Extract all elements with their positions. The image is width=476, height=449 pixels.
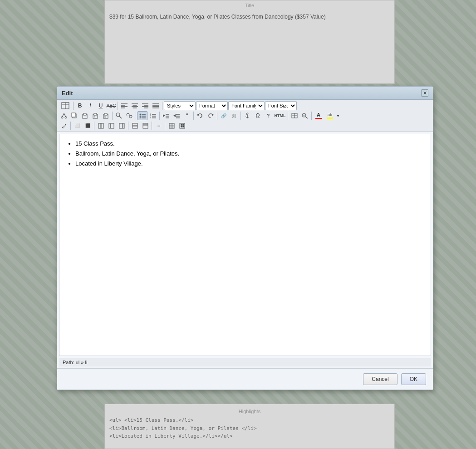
list-item: 15 Class Pass. [75,139,424,149]
dialog-titlebar: Edit ✕ [57,87,433,100]
separator-16 [165,122,165,130]
font-family-select[interactable]: Font Family [228,101,265,110]
svg-rect-78 [143,125,148,128]
svg-rect-77 [143,123,148,125]
unlink-button[interactable]: ⛓ [229,111,239,120]
ok-button[interactable]: OK [401,373,426,385]
separator-7 [193,112,194,120]
cancel-button[interactable]: Cancel [363,373,397,385]
layout-btn-1[interactable] [96,121,106,130]
svg-rect-69 [98,123,101,128]
tab-button[interactable]: ⇥ [153,121,163,130]
svg-rect-88 [182,126,184,127]
svg-point-40 [140,116,141,117]
align-center-button[interactable] [130,101,140,110]
page-break2-button[interactable]: ⬛ [83,121,93,130]
bold-button[interactable]: B [75,101,85,110]
highlight-color-button[interactable]: ab [324,111,335,120]
copy-button[interactable] [69,111,79,120]
styles-select[interactable]: Styles [164,101,196,110]
layout-btn-5[interactable] [140,121,150,130]
svg-rect-85 [181,124,182,126]
undo-button[interactable] [195,111,205,120]
replace-button[interactable] [124,111,134,120]
paste-word-button[interactable]: W [101,111,111,120]
svg-text:W: W [104,115,106,118]
list-item: Ballroom, Latin Dance, Yoga, or Pilates. [75,149,424,159]
dialog-title: Edit [62,90,73,97]
separator-6 [159,112,160,120]
font-size-select[interactable]: Font Size [265,101,297,110]
svg-rect-24 [72,113,75,117]
svg-marker-54 [173,114,176,117]
list-item: Located in Liberty Village. [75,159,424,169]
toolbar-row-3: ⬜ ⬛ ⇥ [59,121,431,130]
toolbar-area: B I U ABC Styles Form [57,100,433,132]
indent-button[interactable] [172,111,182,120]
svg-rect-79 [169,123,174,128]
grid-btn-2[interactable] [177,121,187,130]
content-list: 15 Class Pass. Ballroom, Latin Dance, Yo… [66,139,424,169]
svg-rect-86 [182,124,184,126]
find-button[interactable] [114,111,124,120]
separator-15 [152,122,152,130]
svg-line-22 [64,113,66,117]
blockquote-button[interactable]: “ [182,111,192,120]
paste-plain-button[interactable]: T [90,111,100,120]
underline-button[interactable]: U [96,101,106,110]
editor-content-area[interactable]: 15 Class Pass. Ballroom, Latin Dance, Yo… [59,134,431,356]
separator-14 [128,122,128,130]
svg-rect-70 [101,123,103,128]
separator-2 [118,102,118,110]
grid-btn-1[interactable] [167,121,177,130]
outdent-button[interactable] [161,111,171,120]
layout-btn-3[interactable] [117,121,127,130]
svg-rect-87 [181,126,182,127]
edit-dialog: Edit ✕ B I U ABC [57,86,433,390]
italic-button[interactable]: I [85,101,95,110]
strikethrough-button[interactable]: ABC [106,101,116,110]
separator-9 [240,112,241,120]
redo-button[interactable] [206,111,216,120]
svg-text:3.: 3. [150,117,151,118]
separator-8 [217,112,217,120]
page-break-button[interactable]: ⬜ [72,121,82,130]
dialog-footer: Cancel OK [57,368,433,390]
search-in-content-button[interactable] [300,111,310,120]
format-select[interactable]: Format [196,101,228,110]
align-justify-button[interactable] [151,101,161,110]
layout-btn-2[interactable] [106,121,116,130]
svg-rect-72 [111,123,114,128]
separator-3 [162,102,162,110]
align-right-button[interactable] [140,101,150,110]
anchor-button[interactable] [242,111,252,120]
align-left-button[interactable] [119,101,129,110]
layout-btn-4[interactable] [130,121,140,130]
cut-button[interactable] [59,111,69,120]
close-button[interactable]: ✕ [421,89,428,97]
link-button[interactable]: 🔗 [219,111,229,120]
paste-button[interactable] [80,111,90,120]
help-button[interactable]: ? [263,111,273,120]
table-icon-button[interactable] [59,101,72,110]
svg-point-60 [246,113,248,115]
html-source-button[interactable]: HTML [274,111,286,120]
svg-line-34 [119,116,122,118]
color-dropdown-button[interactable]: ▼ [336,111,340,120]
text-color-button[interactable]: A [313,111,324,120]
toolbar-row-2: T W 1.2.3. [59,111,431,120]
separator-11 [311,112,312,120]
svg-point-38 [140,114,141,115]
separator-1 [73,102,74,110]
svg-rect-73 [119,123,123,128]
svg-rect-74 [123,123,124,128]
svg-point-35 [127,113,129,116]
svg-rect-84 [180,123,185,128]
special-chars-button[interactable]: Ω [253,111,263,120]
ordered-list-button[interactable]: 1.2.3. [148,111,158,120]
edit-icon-button[interactable] [59,121,69,130]
table-insert-button[interactable] [290,111,299,120]
svg-text:T: T [94,115,95,118]
unordered-list-button[interactable] [137,111,147,120]
svg-rect-75 [132,123,137,126]
